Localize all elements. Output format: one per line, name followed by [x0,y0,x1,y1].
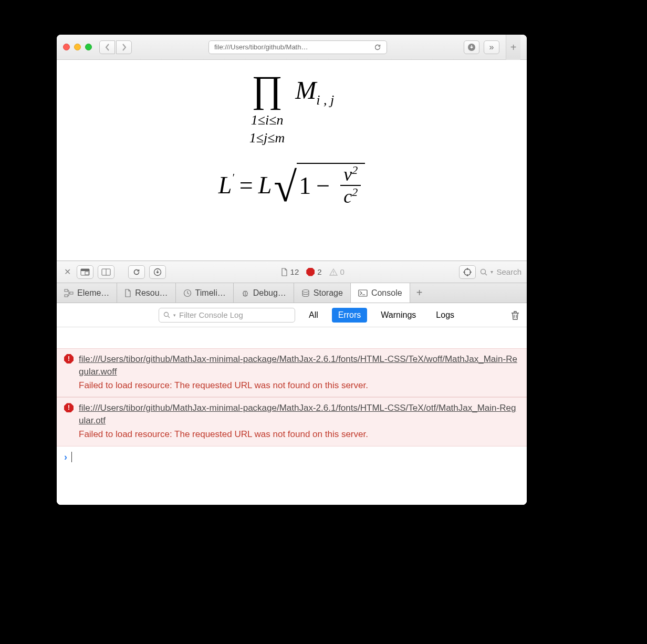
document-icon [124,289,131,297]
back-button[interactable] [99,40,115,54]
url-text: file:///Users/tibor/github/Math… [214,43,370,51]
reload-icon[interactable] [374,44,381,51]
error-message: Failed to load resource: The requested U… [79,379,519,392]
tab-resources[interactable]: Resou… [117,283,175,303]
web-inspector: ✕ 12 ! 2 [57,261,527,505]
svg-rect-22 [359,290,367,296]
console-error-entry: ! file:///Users/tibor/github/MathJax-min… [57,348,527,397]
safari-window: file:///Users/tibor/github/Math… » + ∏ 1… [57,35,527,505]
forward-button[interactable] [116,40,132,54]
prompt-icon: › [64,452,67,463]
sqrt-icon: √ [274,174,297,200]
svg-point-23 [164,313,169,317]
document-icon [281,268,288,276]
zoom-window-button[interactable] [85,44,92,50]
chevron-left-icon [105,44,110,51]
tab-debugger[interactable]: Debug… [234,283,294,303]
elements-icon [64,289,74,297]
product-subscript-2: 1≤j≤m [249,129,285,147]
svg-point-21 [302,289,309,292]
product-term: Mi , j [295,76,334,108]
cursor [71,452,72,462]
resources-count[interactable]: 12 [281,267,299,276]
inspector-search[interactable]: ▾ Search [480,267,521,276]
filter-logs[interactable]: Logs [430,308,461,323]
crosshair-icon [463,267,472,277]
console-prompt[interactable]: › [57,446,527,468]
error-url[interactable]: file:///Users/tibor/github/MathJax-minim… [79,403,516,425]
inspector-toolbar: ✕ 12 ! 2 [57,261,527,283]
dock-side-button[interactable] [77,265,93,279]
filter-errors[interactable]: Errors [332,308,368,323]
chevron-right-icon [122,44,127,51]
error-icon: ! [306,268,315,276]
inspector-tabs: Eleme… Resou… Timeli… Debug… Storage Con… [57,283,527,303]
overflow-button[interactable]: » [484,40,499,54]
tab-console[interactable]: Console [351,283,410,303]
titlebar: file:///Users/tibor/github/Math… » + [57,35,527,60]
search-icon [163,311,170,318]
tab-storage[interactable]: Storage [294,283,351,303]
tab-timelines[interactable]: Timeli… [176,283,234,303]
warnings-count[interactable]: 0 [329,267,345,276]
inspector-counts: 12 ! 2 0 [170,267,455,276]
console-icon [358,289,368,297]
reload-page-button[interactable] [128,265,145,279]
tab-elements[interactable]: Eleme… [57,283,117,303]
download-resource-button[interactable] [149,265,166,279]
error-icon: ! [64,403,74,440]
console-filter-bar: ▾ Filter Console Log All Errors Warnings… [57,303,527,327]
filter-warnings[interactable]: Warnings [374,308,422,323]
svg-point-8 [333,274,334,275]
window-controls [63,44,92,50]
nav-buttons [99,40,132,54]
address-bar[interactable]: file:///Users/tibor/github/Math… [208,40,387,54]
add-tab-button[interactable]: + [410,283,429,303]
formula-lorentz: L′ = L √ 1 − v2 c2 [218,163,365,207]
product-subscript-1: 1≤i≤n [249,111,285,129]
svg-rect-17 [65,295,68,297]
svg-line-24 [168,316,170,318]
error-url[interactable]: file:///Users/tibor/github/MathJax-minim… [79,354,517,377]
page-content: ∏ 1≤i≤n 1≤j≤m Mi , j L′ = L √ 1 − [57,60,527,261]
errors-count[interactable]: ! 2 [306,267,321,276]
element-picker-button[interactable] [459,265,476,279]
svg-rect-3 [85,272,89,275]
dock-icon [80,268,90,276]
download-icon [467,43,476,51]
warning-icon [329,268,338,276]
close-window-button[interactable] [63,44,70,50]
svg-rect-2 [81,269,89,271]
clear-console-button[interactable] [511,310,519,320]
console-error-entry: ! file:///Users/tibor/github/MathJax-min… [57,397,527,446]
split-icon [101,268,111,276]
download-icon [153,268,162,276]
console-output: ! file:///Users/tibor/github/MathJax-min… [57,327,527,505]
reload-icon [132,268,141,276]
clock-icon [183,289,192,297]
svg-line-15 [485,273,487,275]
downloads-button[interactable] [464,40,479,54]
formula-product: ∏ 1≤i≤n 1≤j≤m Mi , j [249,70,334,147]
product-symbol: ∏ [252,70,283,108]
minimize-window-button[interactable] [74,44,81,50]
filter-all[interactable]: All [302,308,325,323]
split-button[interactable] [98,265,114,279]
svg-rect-18 [70,292,73,294]
storage-icon [301,289,310,297]
error-message: Failed to load resource: The requested U… [79,428,519,441]
address-bar-wrap: file:///Users/tibor/github/Math… [140,40,455,54]
search-placeholder: Search [496,267,521,276]
close-inspector-button[interactable]: ✕ [62,267,72,277]
trash-icon [511,310,519,320]
bug-icon [241,289,249,297]
svg-rect-16 [65,289,68,292]
filter-placeholder: Filter Console Log [179,310,243,319]
search-icon [480,268,487,276]
error-icon: ! [64,354,74,391]
svg-point-14 [481,269,486,274]
new-tab-button[interactable]: + [506,35,520,60]
filter-input[interactable]: ▾ Filter Console Log [159,308,295,323]
